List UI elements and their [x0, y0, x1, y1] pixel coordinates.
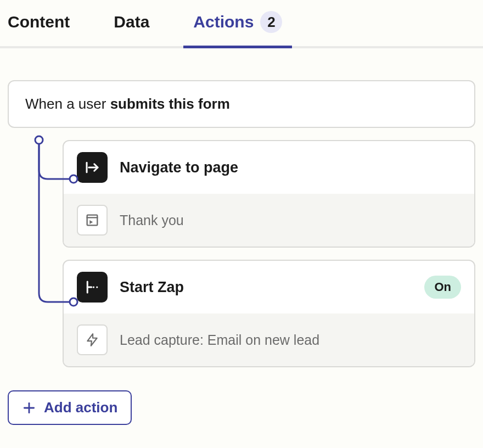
- zap-flow-icon: [77, 272, 108, 303]
- action-detail: Lead capture: Email on new lead: [64, 313, 474, 366]
- lightning-icon: [77, 324, 108, 355]
- tab-actions[interactable]: Actions 2: [193, 5, 282, 46]
- tabs-bar: Content Data Actions 2: [0, 0, 483, 48]
- plus-icon: [22, 401, 36, 415]
- svg-marker-6: [89, 220, 93, 224]
- svg-point-8: [93, 286, 94, 288]
- actions-panel: When a user submits this form: [0, 48, 483, 425]
- svg-marker-10: [87, 334, 97, 346]
- page-icon: [77, 205, 108, 236]
- svg-point-9: [96, 286, 98, 288]
- trigger-prefix: When a user: [25, 96, 110, 112]
- status-badge: On: [424, 276, 461, 299]
- flow-container: Navigate to page Thank you: [8, 140, 475, 367]
- action-detail-text: Thank you: [120, 212, 184, 228]
- trigger-event: submits this form: [110, 96, 230, 112]
- tab-actions-label: Actions: [193, 13, 254, 31]
- tab-data-label: Data: [114, 13, 149, 31]
- action-title: Start Zap: [120, 279, 412, 296]
- trigger-card[interactable]: When a user submits this form: [8, 80, 475, 128]
- svg-point-0: [35, 136, 43, 144]
- action-detail-text: Lead capture: Email on new lead: [120, 332, 319, 348]
- tab-data[interactable]: Data: [114, 7, 149, 44]
- tab-content[interactable]: Content: [8, 7, 70, 44]
- tab-actions-count-badge: 2: [260, 11, 282, 33]
- add-action-button[interactable]: Add action: [8, 390, 132, 425]
- action-title: Navigate to page: [120, 159, 461, 176]
- action-detail: Thank you: [64, 194, 474, 247]
- action-card-navigate[interactable]: Navigate to page Thank you: [63, 140, 475, 248]
- action-card-zap[interactable]: Start Zap On Lead capture: Email on new …: [63, 260, 475, 367]
- add-action-label: Add action: [44, 399, 117, 416]
- svg-rect-5: [87, 215, 98, 226]
- action-header: Start Zap On: [64, 261, 474, 313]
- action-header: Navigate to page: [64, 141, 474, 194]
- navigate-icon: [77, 152, 108, 183]
- tab-content-label: Content: [8, 13, 70, 31]
